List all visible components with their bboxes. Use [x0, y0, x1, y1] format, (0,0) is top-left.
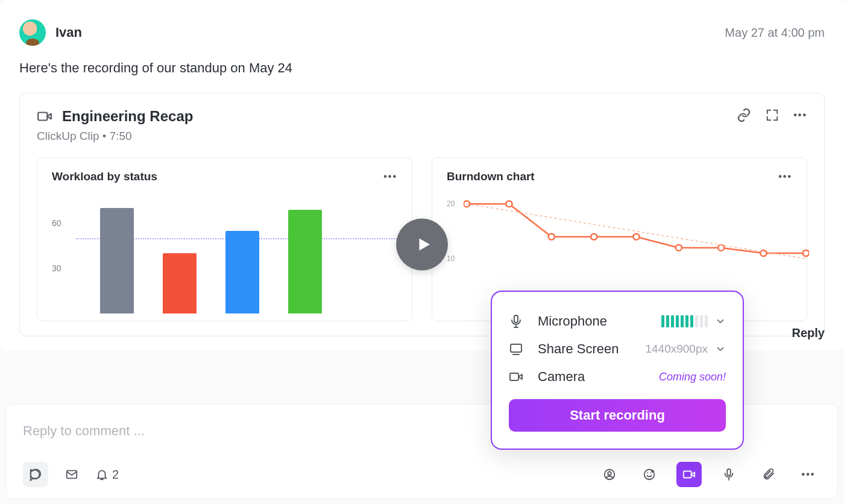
level-bar — [666, 315, 669, 327]
author-name: Ivan — [55, 25, 82, 40]
bar — [100, 208, 134, 313]
camera-coming-soon: Coming soon! — [659, 371, 726, 383]
comment-timestamp: May 27 at 4:00 pm — [725, 26, 825, 40]
svg-point-2 — [506, 201, 512, 207]
svg-rect-17 — [684, 471, 691, 478]
svg-point-5 — [633, 234, 639, 240]
recording-popup: Microphone Share Screen 1440x900px — [491, 291, 744, 450]
svg-rect-10 — [514, 315, 518, 323]
monitor-icon — [509, 342, 523, 356]
clip-source: ClickUp Clip — [37, 130, 99, 142]
y-tick: 10 — [447, 254, 455, 263]
level-bar — [695, 315, 698, 327]
level-bar — [681, 315, 684, 327]
svg-point-9 — [803, 250, 809, 256]
chart-more-icon[interactable]: ••• — [778, 171, 792, 182]
svg-rect-0 — [38, 113, 47, 121]
svg-point-4 — [591, 234, 597, 240]
screen-resolution: 1440x900px — [645, 342, 708, 356]
svg-point-8 — [760, 250, 766, 256]
workload-chart-card: Workload by status ••• 3060 — [37, 157, 412, 321]
svg-rect-18 — [727, 469, 731, 476]
level-bar — [685, 315, 688, 327]
bar — [225, 231, 259, 314]
bar-chart: 3060 — [52, 193, 397, 313]
svg-point-15 — [608, 471, 611, 475]
y-tick: 20 — [447, 200, 455, 208]
level-bar — [700, 315, 703, 327]
microphone-row[interactable]: Microphone — [509, 307, 726, 335]
level-bar — [661, 315, 664, 327]
comment-body: Here's the recording of our standup on M… — [19, 60, 825, 76]
y-tick: 60 — [52, 218, 61, 228]
bar — [163, 253, 197, 313]
reply-link[interactable]: Reply — [792, 326, 825, 340]
level-bar — [671, 315, 674, 327]
svg-point-3 — [549, 234, 555, 240]
camera-icon — [509, 370, 523, 384]
mail-icon[interactable] — [59, 462, 84, 487]
level-bar — [676, 315, 679, 327]
clip-meta: ClickUp Clip • 7:50 — [37, 130, 193, 143]
clip-title: Engineering Recap — [62, 108, 193, 125]
chevron-down-icon[interactable] — [715, 344, 726, 354]
link-icon[interactable] — [737, 108, 751, 122]
svg-point-7 — [718, 245, 724, 251]
microphone-icon — [509, 314, 523, 329]
share-screen-label: Share Screen — [538, 341, 619, 357]
svg-rect-11 — [511, 344, 521, 352]
comment-header: Ivan May 27 at 4:00 pm — [19, 19, 825, 46]
clip-duration: 7:50 — [110, 130, 132, 142]
burndown-chart-title: Burndown chart — [447, 170, 535, 183]
author-row: Ivan — [19, 19, 82, 46]
notification-count: 2 — [112, 468, 119, 482]
expand-icon[interactable] — [766, 109, 779, 122]
start-recording-button[interactable]: Start recording — [509, 399, 726, 432]
emoji-icon[interactable] — [637, 462, 662, 487]
comment-icon[interactable] — [23, 462, 48, 487]
more-icon[interactable]: ••• — [796, 462, 821, 487]
more-icon[interactable]: ••• — [793, 110, 807, 121]
chart-more-icon[interactable]: ••• — [383, 171, 397, 182]
avatar[interactable] — [19, 19, 46, 46]
camera-label: Camera — [538, 369, 585, 385]
audio-icon[interactable] — [716, 462, 742, 487]
play-button[interactable] — [396, 219, 448, 271]
y-tick: 30 — [52, 263, 61, 273]
microphone-label: Microphone — [538, 313, 607, 329]
bell-icon[interactable] — [95, 468, 109, 481]
record-video-button[interactable] — [676, 462, 702, 487]
share-screen-row[interactable]: Share Screen 1440x900px — [509, 335, 726, 363]
chevron-down-icon[interactable] — [715, 316, 726, 327]
level-bar — [690, 315, 693, 327]
level-bar — [705, 315, 708, 327]
video-icon — [37, 109, 52, 124]
camera-row: Camera Coming soon! — [509, 363, 726, 391]
workload-chart-title: Workload by status — [52, 170, 157, 183]
svg-point-6 — [676, 245, 682, 251]
svg-rect-12 — [510, 373, 518, 380]
clip-meta-sep: • — [99, 130, 109, 142]
attachment-icon[interactable] — [756, 462, 781, 487]
bar — [288, 210, 322, 314]
mic-level-meter — [661, 315, 708, 327]
assign-icon[interactable] — [597, 462, 622, 487]
